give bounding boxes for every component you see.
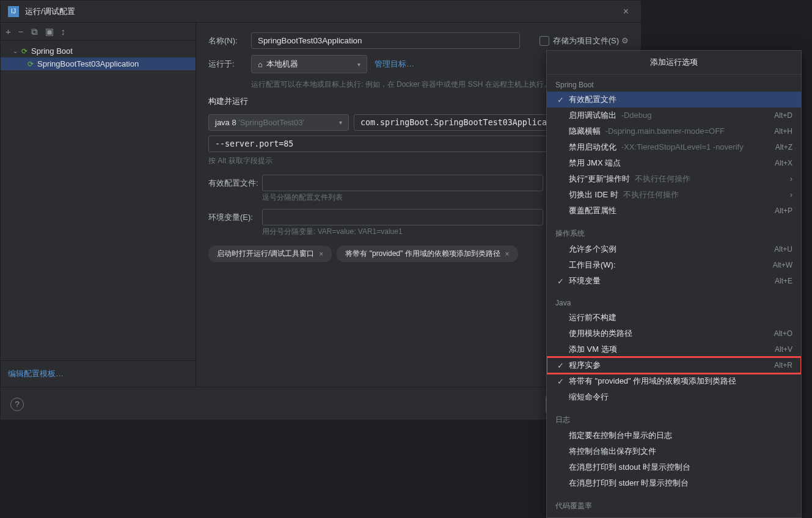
dialog-title: 运行/调试配置 (25, 6, 618, 17)
profiles-input[interactable] (262, 175, 543, 191)
name-input[interactable] (251, 32, 520, 49)
save-icon[interactable]: ▣ (45, 26, 54, 37)
tree-group-label: Spring Boot (31, 46, 73, 56)
sort-icon[interactable]: ↕ (61, 26, 66, 37)
popup-item-label: 有效配置文件 (569, 94, 792, 105)
run-debug-config-dialog: IJ 运行/调试配置 × + − ⧉ ▣ ↕ ⌄ ⟳ Spring Boot ⟳… (0, 0, 642, 420)
popup-item[interactable]: 工作目录(W):Alt+W (547, 257, 801, 273)
popup-item-shortcut: Alt+P (775, 206, 792, 215)
popup-item[interactable]: 缩短命令行 (547, 389, 801, 405)
popup-item-label: 切换出 IDE 时 不执行任何操作 (569, 189, 786, 200)
chevron-down-icon: ⌄ (13, 48, 18, 54)
spring-boot-icon: ⟳ (27, 60, 34, 68)
check-icon: ✓ (555, 377, 565, 386)
popup-item-label: 工作目录(W): (569, 260, 769, 271)
popup-group-header: Spring Boot (547, 78, 801, 92)
popup-item[interactable]: 启用调试输出 -DdebugAlt+D (547, 108, 801, 123)
popup-item-label: 禁用 JMX 端点 (569, 158, 771, 169)
popup-item-label: 缩短命令行 (569, 392, 792, 403)
popup-item-suffix: 不执行任何操作 (623, 190, 679, 199)
manage-targets-link[interactable]: 管理目标… (375, 59, 414, 70)
popup-item-shortcut: Alt+V (775, 345, 792, 354)
close-icon[interactable]: × (618, 4, 634, 20)
popup-item[interactable]: 覆盖配置属性Alt+P (547, 203, 801, 219)
edit-templates-link[interactable]: 编辑配置模板… (8, 369, 64, 378)
run-on-select[interactable]: ⌂本地机器 ▾ (251, 55, 367, 73)
popup-item-label: 环境变量 (569, 275, 771, 286)
popup-item-label: 启用调试输出 -Ddebug (569, 110, 770, 121)
popup-item-label: 将带有 "provided" 作用域的依赖项添加到类路径 (569, 376, 792, 387)
popup-item[interactable]: 添加 VM 选项Alt+V (547, 341, 801, 357)
popup-group-header: 操作系统 (547, 226, 801, 241)
titlebar: IJ 运行/调试配置 × (1, 1, 641, 23)
home-icon: ⌂ (258, 60, 263, 69)
jdk-select[interactable]: java 8 'SpringBootTest03' ▾ (208, 114, 349, 131)
tree-item-label: SpringBootTest03Application (37, 59, 139, 68)
store-as-project-label: 存储为项目文件(S) (553, 35, 619, 46)
popup-group-header: 代码覆盖率 (547, 498, 801, 514)
name-label: 名称(N): (208, 35, 251, 46)
popup-item-label: 程序实参 (569, 360, 770, 371)
close-icon[interactable]: × (505, 250, 510, 258)
popup-item-label: 在消息打印到 stdout 时显示控制台 (569, 462, 792, 473)
tree-group-spring-boot[interactable]: ⌄ ⟳ Spring Boot (1, 45, 196, 57)
popup-item[interactable]: 将控制台输出保存到文件 (547, 443, 801, 459)
store-as-project-checkbox[interactable]: 存储为项目文件(S) (540, 35, 619, 46)
popup-item[interactable]: 指定类和软件包 (547, 514, 801, 518)
popup-item-shortcut: Alt+U (774, 245, 792, 254)
popup-item-shortcut: Alt+E (775, 277, 792, 285)
popup-item[interactable]: 允许多个实例Alt+U (547, 241, 801, 257)
popup-item-label: 添加 VM 选项 (569, 344, 771, 355)
popup-item[interactable]: ✓程序实参Alt+R (547, 357, 801, 373)
popup-item[interactable]: 运行前不构建 (547, 310, 801, 326)
popup-item[interactable]: 禁用启动优化 -XX:TieredStopAtLevel=1 -noverify… (547, 139, 801, 155)
popup-item-shortcut: Alt+D (774, 111, 792, 120)
copy-icon[interactable]: ⧉ (31, 26, 38, 37)
close-icon[interactable]: × (319, 250, 323, 258)
popup-item-label: 禁用启动优化 -XX:TieredStopAtLevel=1 -noverify (569, 142, 772, 153)
add-icon[interactable]: + (5, 26, 11, 37)
popup-item[interactable]: ✓环境变量Alt+E (547, 273, 801, 289)
add-run-options-popup: 添加运行选项 Spring Boot✓有效配置文件启用调试输出 -DdebugA… (546, 50, 802, 518)
popup-item-label: 允许多个实例 (569, 244, 770, 255)
popup-item-label: 执行"更新"操作时 不执行任何操作 (569, 173, 786, 184)
env-label: 环境变量(E): (208, 212, 262, 223)
chevron-down-icon: ▾ (339, 119, 342, 126)
popup-item[interactable]: 使用模块的类路径Alt+O (547, 326, 801, 341)
popup-title: 添加运行选项 (547, 51, 801, 75)
popup-item[interactable]: 隐藏横幅 -Dspring.main.banner-mode=OFFAlt+H (547, 123, 801, 139)
popup-item-suffix: -XX:TieredStopAtLevel=1 -noverify (621, 142, 744, 151)
config-tree: ⌄ ⟳ Spring Boot ⟳ SpringBootTest03Applic… (1, 41, 196, 360)
tree-item-springboottest03[interactable]: ⟳ SpringBootTest03Application (1, 57, 196, 70)
popup-item-label: 使用模块的类路径 (569, 328, 770, 339)
check-icon: ✓ (555, 95, 565, 104)
popup-item-shortcut: › (790, 191, 792, 199)
sidebar: + − ⧉ ▣ ↕ ⌄ ⟳ Spring Boot ⟳ SpringBootTe… (1, 23, 196, 387)
gear-icon[interactable]: ⚙ (621, 36, 629, 45)
popup-item[interactable]: 在消息打印到 stdout 时显示控制台 (547, 459, 801, 475)
popup-item[interactable]: 执行"更新"操作时 不执行任何操作› (547, 171, 801, 187)
popup-group-header: Java (547, 296, 801, 310)
popup-item-label: 覆盖配置属性 (569, 205, 771, 216)
popup-item[interactable]: 在消息打印到 stderr 时显示控制台 (547, 475, 801, 491)
popup-item-shortcut: Alt+W (773, 261, 792, 269)
popup-item[interactable]: 切换出 IDE 时 不执行任何操作› (547, 187, 801, 203)
popup-item[interactable]: 禁用 JMX 端点Alt+X (547, 155, 801, 171)
remove-icon[interactable]: − (18, 26, 24, 37)
popup-item[interactable]: ✓将带有 "provided" 作用域的依赖项添加到类路径 (547, 373, 801, 389)
dialog-footer: ? 确定 取消 (1, 387, 641, 421)
popup-group-header: 日志 (547, 412, 801, 428)
popup-item-shortcut: Alt+X (775, 159, 792, 167)
popup-item-label: 将控制台输出保存到文件 (569, 446, 792, 457)
chip-open-tool-window[interactable]: 启动时打开运行/调试工具窗口 × (208, 246, 332, 262)
sidebar-footer: 编辑配置模板… (1, 360, 196, 387)
popup-item-label: 在消息打印到 stderr 时显示控制台 (569, 478, 792, 489)
popup-item[interactable]: ✓有效配置文件 (547, 92, 801, 108)
chip-provided-scope[interactable]: 将带有 "provided" 作用域的依赖项添加到类路径 × (337, 246, 518, 262)
env-input[interactable] (262, 209, 543, 225)
profiles-label: 有效配置文件: (208, 178, 262, 189)
check-icon: ✓ (555, 277, 565, 286)
popup-item-label: 隐藏横幅 -Dspring.main.banner-mode=OFF (569, 126, 770, 137)
help-button[interactable]: ? (10, 398, 24, 411)
popup-item[interactable]: 指定要在控制台中显示的日志 (547, 428, 801, 443)
